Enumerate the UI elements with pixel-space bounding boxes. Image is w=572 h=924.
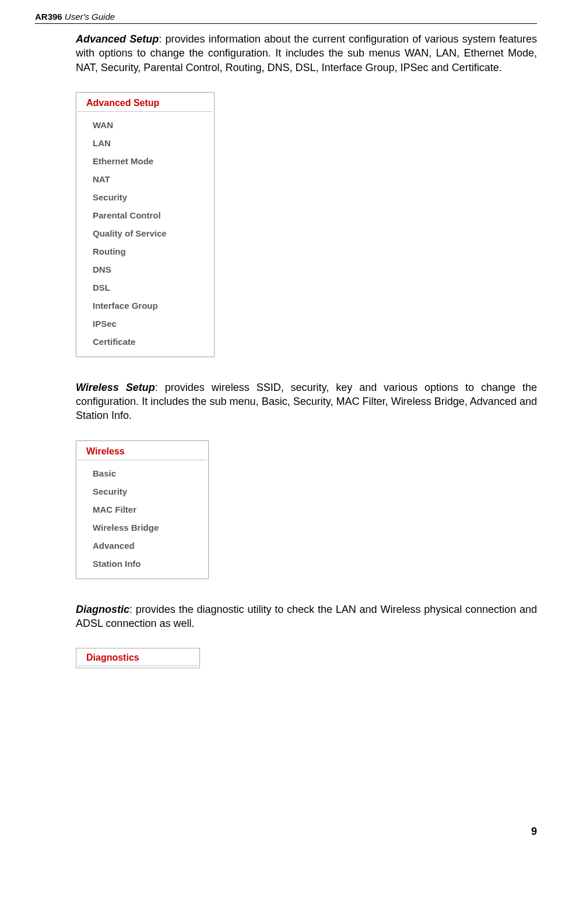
advanced-menu-box: Advanced Setup WAN LAN Ethernet Mode NAT…: [76, 92, 215, 357]
wireless-menu-header[interactable]: Wireless: [78, 443, 206, 460]
diagnostic-paragraph: Diagnostic: provides the diagnostic util…: [76, 602, 537, 631]
menu-item-lan[interactable]: LAN: [93, 134, 203, 152]
menu-item-dns[interactable]: DNS: [93, 260, 203, 278]
diagnostics-box: Diagnostics: [76, 648, 200, 668]
wireless-paragraph: Wireless Setup: provides wireless SSID, …: [76, 380, 537, 423]
page-number: 9: [35, 826, 537, 838]
menu-item-wan[interactable]: WAN: [93, 116, 203, 134]
wireless-title: Wireless Setup: [76, 382, 155, 393]
model-name: AR396: [35, 12, 62, 22]
menu-item-wbridge[interactable]: Wireless Bridge: [93, 519, 198, 537]
menu-item-routing[interactable]: Routing: [93, 242, 203, 260]
advanced-menu-header[interactable]: Advanced Setup: [78, 94, 212, 112]
guide-suffix: User's Guide: [62, 12, 115, 22]
diagnostic-desc: : provides the diagnostic utility to che…: [76, 604, 537, 629]
menu-item-ipsec[interactable]: IPSec: [93, 315, 203, 333]
menu-item-security[interactable]: Security: [93, 188, 203, 206]
menu-item-basic[interactable]: Basic: [93, 464, 198, 482]
advanced-title: Advanced Setup: [76, 33, 159, 45]
wireless-menu-list: Basic Security MAC Filter Wireless Bridg…: [76, 462, 208, 579]
menu-item-wadv[interactable]: Advanced: [93, 537, 198, 555]
menu-item-nat[interactable]: NAT: [93, 170, 203, 188]
menu-item-mac[interactable]: MAC Filter: [93, 500, 198, 519]
advanced-menu-list: WAN LAN Ethernet Mode NAT Security Paren…: [76, 114, 214, 357]
menu-item-dsl[interactable]: DSL: [93, 278, 203, 297]
menu-item-ethernet[interactable]: Ethernet Mode: [93, 152, 203, 170]
menu-item-wsec[interactable]: Security: [93, 482, 198, 500]
wireless-menu-box: Wireless Basic Security MAC Filter Wirel…: [76, 440, 209, 579]
menu-item-ifgroup[interactable]: Interface Group: [93, 297, 203, 315]
menu-item-cert[interactable]: Certificate: [93, 333, 203, 351]
menu-item-parental[interactable]: Parental Control: [93, 206, 203, 224]
menu-item-stinfo[interactable]: Station Info: [93, 555, 198, 573]
advanced-paragraph: Advanced Setup: provides information abo…: [76, 32, 537, 75]
page-header: AR396 User's Guide: [35, 12, 537, 24]
diagnostics-header[interactable]: Diagnostics: [78, 650, 198, 666]
content-block: Advanced Setup: provides information abo…: [76, 32, 537, 674]
menu-item-qos[interactable]: Quality of Service: [93, 224, 203, 242]
page-container: AR396 User's Guide Advanced Setup: provi…: [0, 0, 572, 873]
diagnostic-title: Diagnostic: [76, 604, 129, 615]
